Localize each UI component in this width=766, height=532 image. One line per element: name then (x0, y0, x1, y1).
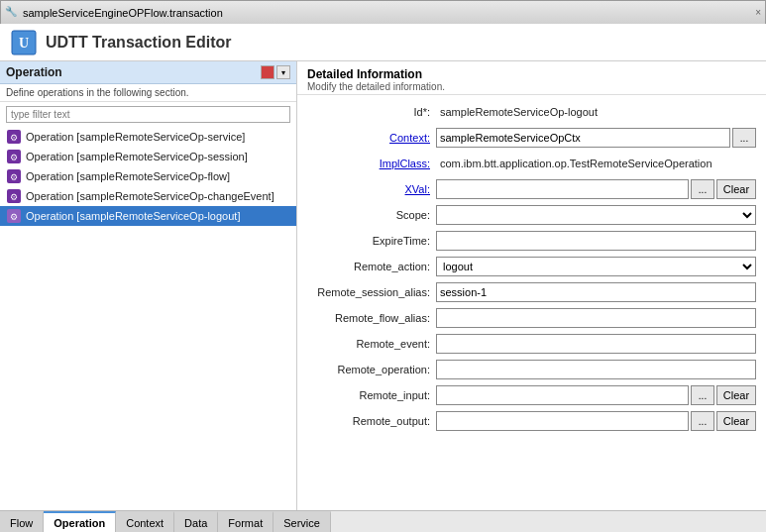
window-title-text: sampleServiceEngineOPFlow.transaction (23, 7, 751, 19)
remote-input-group: ... Clear (436, 385, 756, 405)
form-row-xval: XVal: ... Clear (307, 178, 756, 200)
svg-text:⚙: ⚙ (10, 172, 18, 182)
scope-select[interactable] (436, 205, 756, 225)
app-header: U UDTT Transaction Editor (0, 24, 766, 61)
remote-output-browse-button[interactable]: ... (691, 411, 714, 431)
op-icon-2: ⚙ (6, 168, 22, 184)
remote-flow-alias-input[interactable] (436, 308, 756, 328)
context-input-group: ... (436, 128, 756, 148)
form-row-remote-session-alias: Remote_session_alias: (307, 281, 756, 303)
filter-input[interactable] (6, 106, 290, 123)
remote-input-clear-button[interactable]: Clear (716, 385, 756, 405)
window-close-button[interactable]: × (755, 7, 761, 18)
op-icon-0: ⚙ (6, 129, 22, 145)
panel-red-btn[interactable] (261, 65, 274, 79)
form-row-scope: Scope: (307, 204, 756, 226)
panel-title: Operation (6, 65, 62, 79)
remote-output-group: ... Clear (436, 411, 756, 431)
xval-browse-button[interactable]: ... (691, 179, 714, 199)
remote-event-input[interactable] (436, 334, 756, 354)
xval-input[interactable] (436, 179, 689, 199)
form-row-remote-event: Remote_event: (307, 333, 756, 355)
tree-item[interactable]: ⚙ Operation [sampleRemoteServiceOp-servi… (0, 127, 296, 147)
tab-service[interactable]: Service (274, 511, 331, 532)
label-remote-input: Remote_input: (307, 389, 436, 401)
window-titlebar: 🔧 sampleServiceEngineOPFlow.transaction … (0, 0, 766, 24)
tab-flow[interactable]: Flow (0, 511, 44, 532)
panel-subtitle: Define operations in the following secti… (0, 84, 296, 102)
remote-input-browse-button[interactable]: ... (691, 385, 714, 405)
form-row-context: Context: ... (307, 127, 756, 149)
expiretime-input[interactable] (436, 231, 756, 251)
form-row-implclass: ImplClass: com.ibm.btt.application.op.Te… (307, 153, 756, 174)
tree-item[interactable]: ⚙ Operation [sampleRemoteServiceOp-chang… (0, 186, 296, 206)
app-logo: U (10, 29, 38, 56)
tab-context[interactable]: Context (116, 511, 174, 532)
label-xval[interactable]: XVal: (307, 183, 436, 195)
op-icon-4: ⚙ (6, 208, 22, 224)
remote-input-field[interactable] (436, 385, 689, 405)
tree-item-label: Operation [sampleRemoteServiceOp-changeE… (26, 190, 274, 202)
form-row-remote-input: Remote_input: ... Clear (307, 384, 756, 406)
remote-output-clear-button[interactable]: Clear (716, 411, 756, 431)
value-id: sampleRemoteServiceOp-logout (436, 105, 756, 119)
op-icon-3: ⚙ (6, 188, 22, 204)
xval-clear-button[interactable]: Clear (716, 179, 756, 199)
tab-format[interactable]: Format (218, 511, 274, 532)
remote-operation-input[interactable] (436, 360, 756, 379)
tab-data[interactable]: Data (174, 511, 218, 532)
panel-header: Operation ▾ (0, 61, 296, 84)
window-icon: 🔧 (5, 6, 19, 20)
right-panel: Detailed Information Modify the detailed… (297, 61, 766, 510)
remote-session-alias-input[interactable] (436, 282, 756, 302)
label-remote-session-alias: Remote_session_alias: (307, 286, 436, 298)
remote-action-select[interactable]: logout (436, 257, 756, 276)
right-panel-subtitle: Modify the detailed information. (307, 81, 756, 92)
op-icon-1: ⚙ (6, 149, 22, 164)
label-expiretime: ExpireTime: (307, 235, 436, 247)
xval-input-group: ... Clear (436, 179, 756, 199)
tree-item-label: Operation [sampleRemoteServiceOp-flow] (26, 170, 230, 182)
panel-menu-btn[interactable]: ▾ (276, 65, 290, 79)
form-row-id: Id*: sampleRemoteServiceOp-logout (307, 101, 756, 123)
label-context[interactable]: Context: (307, 132, 436, 144)
label-implclass[interactable]: ImplClass: (307, 158, 436, 169)
tree-item-label: Operation [sampleRemoteServiceOp-service… (26, 131, 245, 143)
right-panel-header: Detailed Information Modify the detailed… (297, 61, 766, 95)
svg-text:⚙: ⚙ (10, 133, 18, 143)
label-scope: Scope: (307, 209, 436, 221)
label-remote-flow-alias: Remote_flow_alias: (307, 312, 436, 324)
tree-item[interactable]: ⚙ Operation [sampleRemoteServiceOp-sessi… (0, 147, 296, 166)
svg-text:U: U (19, 36, 29, 51)
form-row-remote-flow-alias: Remote_flow_alias: (307, 307, 756, 329)
svg-text:⚙: ⚙ (10, 192, 18, 202)
context-browse-button[interactable]: ... (732, 128, 756, 148)
label-id: Id*: (307, 106, 436, 118)
form-row-remote-operation: Remote_operation: (307, 359, 756, 380)
context-input[interactable] (436, 128, 730, 148)
main-content: Operation ▾ Define operations in the fol… (0, 61, 766, 510)
label-remote-action: Remote_action: (307, 261, 436, 272)
form-area: Id*: sampleRemoteServiceOp-logout Contex… (297, 95, 766, 510)
label-remote-event: Remote_event: (307, 338, 436, 350)
panel-controls: ▾ (261, 65, 290, 79)
left-panel: Operation ▾ Define operations in the fol… (0, 61, 297, 510)
value-implclass: com.ibm.btt.application.op.TestRemoteSer… (436, 157, 756, 170)
form-row-remote-action: Remote_action: logout (307, 256, 756, 277)
form-row-expiretime: ExpireTime: (307, 230, 756, 252)
remote-output-field[interactable] (436, 411, 689, 431)
app-title: UDTT Transaction Editor (46, 34, 232, 52)
tree-item-label: Operation [sampleRemoteServiceOp-logout] (26, 210, 240, 222)
bottom-tabs: Flow Operation Context Data Format Servi… (0, 510, 766, 532)
right-panel-title: Detailed Information (307, 67, 756, 81)
svg-text:⚙: ⚙ (10, 153, 18, 162)
svg-text:⚙: ⚙ (10, 212, 18, 222)
label-remote-output: Remote_output: (307, 415, 436, 427)
tree-list: ⚙ Operation [sampleRemoteServiceOp-servi… (0, 127, 296, 510)
tree-item-selected[interactable]: ⚙ Operation [sampleRemoteServiceOp-logou… (0, 206, 296, 226)
tab-operation[interactable]: Operation (44, 511, 116, 532)
label-remote-operation: Remote_operation: (307, 364, 436, 375)
tree-item[interactable]: ⚙ Operation [sampleRemoteServiceOp-flow] (0, 166, 296, 186)
form-row-remote-output: Remote_output: ... Clear (307, 410, 756, 432)
tree-item-label: Operation [sampleRemoteServiceOp-session… (26, 151, 248, 162)
